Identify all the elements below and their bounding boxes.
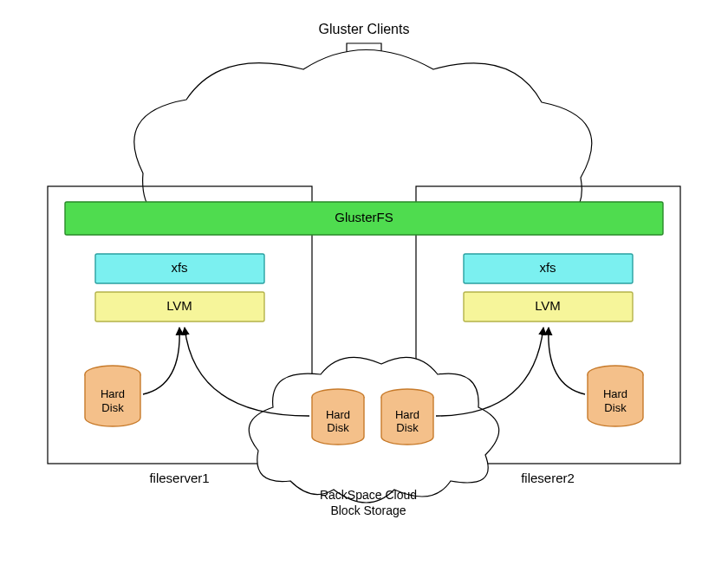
left-xfs-label: xfs: [171, 260, 187, 275]
cloud-disk2-line2: Disk: [396, 421, 419, 434]
arrow-rightdisk-to-lvm: [549, 328, 585, 394]
right-disk-icon: Hard Disk: [588, 366, 643, 426]
glusterfs-label: GlusterFS: [335, 210, 393, 224]
left-disk-line1: Hard: [101, 387, 125, 400]
right-lvm-label: LVM: [535, 298, 561, 313]
cloud-disk2-icon: Hard Disk: [381, 389, 433, 445]
cloud-line1: RackSpace Cloud: [320, 488, 417, 502]
server-left-name: fileserver1: [149, 471, 209, 485]
cloud-disk1-line1: Hard: [326, 408, 350, 421]
right-disk-line1: Hard: [603, 387, 627, 400]
cloud-disk2-line1: Hard: [395, 408, 419, 421]
server-right-name: fileserer2: [521, 471, 575, 485]
right-xfs-label: xfs: [539, 260, 556, 275]
title-text: Gluster Clients: [319, 22, 410, 36]
right-disk-line2: Disk: [604, 401, 627, 414]
left-disk-icon: Hard Disk: [85, 366, 140, 426]
storage-cloud-icon: [249, 357, 498, 503]
arrow-leftdisk-to-lvm: [143, 328, 179, 394]
cloud-disk1-icon: Hard Disk: [312, 389, 364, 445]
left-disk-line2: Disk: [101, 401, 124, 414]
cloud-line2: Block Storage: [330, 503, 406, 517]
left-lvm-label: LVM: [166, 298, 192, 313]
cloud-disk1-line2: Disk: [327, 421, 349, 434]
network-cloud-icon: [134, 50, 592, 226]
